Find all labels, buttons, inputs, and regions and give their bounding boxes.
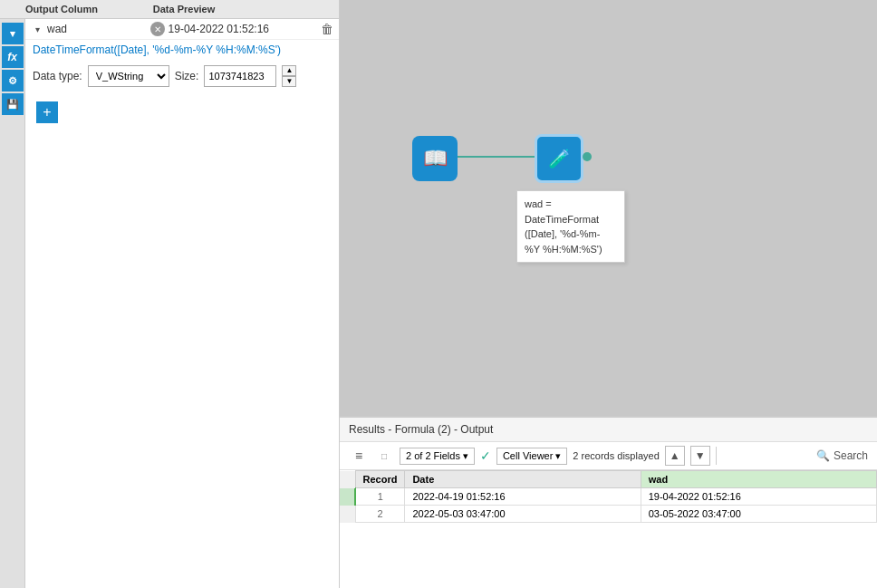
size-label: Size: (175, 70, 199, 82)
sort-up-button[interactable]: ▲ (665, 446, 685, 466)
viewer-chevron-icon: ▾ (555, 450, 561, 462)
connection-line (458, 156, 535, 158)
records-count: 2 records displayed (573, 450, 659, 461)
table-row: 2 2022-05-03 03:47:00 03-05-2022 03:47:0… (340, 506, 877, 523)
output-dot (583, 152, 592, 161)
input-node[interactable]: 📖 (412, 136, 458, 181)
spin-up-button[interactable]: ▲ (282, 65, 296, 76)
input-node-icon: 📖 (423, 147, 448, 170)
size-spinner[interactable]: ▲ ▼ (282, 65, 296, 87)
save-tool-button[interactable]: 💾 (2, 93, 24, 115)
data-type-select[interactable]: V_WString (88, 65, 169, 87)
check-button[interactable]: ✓ (480, 448, 491, 463)
canvas-area: 📖 🧪 wad = DateTimeFormat ([Date], '%d-%m… (340, 0, 877, 416)
fields-button[interactable]: 2 of 2 Fields ▾ (400, 448, 475, 465)
formula-tooltip: wad = DateTimeFormat ([Date], '%d-%m- %Y… (516, 190, 625, 263)
date-cell-1: 2022-04-19 01:52:16 (405, 488, 641, 506)
output-column-header: Output Column (25, 4, 146, 14)
wad-cell-1: 19-04-2022 01:52:16 (641, 488, 876, 506)
right-panel: 📖 🧪 wad = DateTimeFormat ([Date], '%d-%m… (340, 0, 877, 588)
delete-row-button[interactable]: 🗑 (321, 22, 333, 36)
data-type-label: Data type: (33, 70, 82, 82)
left-panel: Output Column Data Preview ▾ fx ⚙ 💾 ▾ wa… (0, 0, 340, 588)
fields-chevron-icon: ▾ (463, 450, 468, 462)
wad-column-header: wad (641, 471, 876, 488)
search-label: Search (834, 449, 868, 462)
size-input[interactable] (204, 65, 276, 87)
sort-down-button[interactable]: ▼ (690, 446, 710, 466)
data-preview-value: 19-04-2022 01:52:16 (169, 23, 317, 35)
settings-tool-button[interactable]: ⚙ (2, 70, 24, 92)
fields-label: 2 of 2 Fields (406, 450, 460, 461)
row-status-indicator (340, 488, 355, 506)
column-headers: Output Column Data Preview (0, 0, 339, 19)
chevron-down-icon[interactable]: ▾ (31, 23, 43, 35)
results-title: Results - Formula (2) - Output (349, 423, 493, 436)
formula-node-icon: 🧪 (548, 148, 571, 169)
field-row: ▾ wad ✕ 19-04-2022 01:52:16 🗑 (25, 19, 339, 40)
cell-viewer-button[interactable]: Cell Viewer ▾ (496, 448, 567, 465)
add-field-button[interactable]: + (36, 101, 58, 123)
results-header: Results - Formula (2) - Output (340, 418, 877, 442)
viewer-label: Cell Viewer (503, 450, 553, 461)
search-button[interactable]: 🔍 Search (816, 449, 868, 462)
indicator-icon: □ (374, 446, 394, 466)
data-type-section: Data type: V_WString Size: ▲ ▼ (25, 60, 339, 92)
field-name: wad (47, 23, 147, 35)
toolbar-separator (716, 447, 717, 465)
row-number-1: 1 (355, 488, 405, 506)
date-column-header: Date (405, 471, 641, 488)
record-column-header: Record (355, 471, 405, 488)
row-number-2: 2 (355, 506, 405, 523)
formula-display: DateTimeFormat([Date], '%d-%m-%Y %H:%M:%… (25, 40, 339, 60)
results-table: Record Date wad 1 2022-04-19 0 (340, 470, 877, 588)
table-row: 1 2022-04-19 01:52:16 19-04-2022 01:52:1… (340, 488, 877, 506)
row-status-indicator-2 (340, 506, 355, 523)
wad-cell-2: 03-05-2022 03:47:00 (641, 506, 876, 523)
fx-tool-button[interactable]: fx (2, 46, 24, 68)
spin-down-button[interactable]: ▼ (282, 76, 296, 87)
results-panel: Results - Formula (2) - Output ≡ □ 2 of … (340, 416, 877, 588)
clear-field-button[interactable]: ✕ (150, 22, 165, 36)
search-icon: 🔍 (816, 449, 830, 462)
results-toolbar: ≡ □ 2 of 2 Fields ▾ ✓ Cell Viewer ▾ 2 re… (340, 442, 877, 470)
list-icon[interactable]: ≡ (349, 446, 369, 466)
select-tool-button[interactable]: ▾ (2, 23, 24, 44)
formula-node[interactable]: 🧪 (535, 134, 583, 183)
row-indicator-header (340, 471, 355, 488)
date-cell-2: 2022-05-03 03:47:00 (405, 506, 641, 523)
data-preview-header: Data Preview (153, 4, 333, 14)
